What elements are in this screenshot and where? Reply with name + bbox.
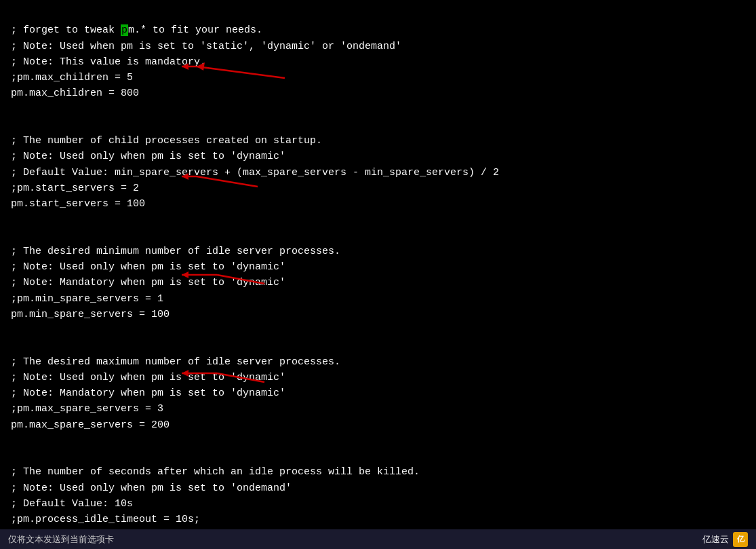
line-8: ; Default Value: min_spare_servers + (ma… bbox=[11, 167, 499, 178]
highlighted-char: p bbox=[121, 24, 128, 36]
line-19: ;pm.max_spare_servers = 3 bbox=[11, 403, 163, 415]
code-block: ; forget to tweak pm.* to fit your needs… bbox=[11, 7, 745, 529]
line-7: ; Note: Used only when pm is set to 'dyn… bbox=[11, 151, 285, 162]
line-14: ;pm.min_spare_servers = 1 bbox=[11, 293, 163, 305]
terminal-window: ; forget to tweak pm.* to fit your needs… bbox=[0, 0, 756, 529]
line-22: ; Note: Used only when pm is set to 'ond… bbox=[11, 482, 292, 494]
line-12: ; Note: Used only when pm is set to 'dyn… bbox=[11, 261, 285, 273]
brand-text: 亿速云 bbox=[702, 533, 729, 546]
line-2: ; Note: Used when pm is set to 'static',… bbox=[11, 41, 401, 52]
line-11: ; The desired minimum number of idle ser… bbox=[11, 246, 340, 257]
line-18: ; Note: Mandatory when pm is set to 'dyn… bbox=[11, 387, 285, 399]
line-4: ;pm.max_children = 5 bbox=[11, 72, 133, 83]
line-10: pm.start_servers = 100 bbox=[11, 198, 145, 210]
line-24: ;pm.process_idle_timeout = 10s; bbox=[11, 514, 200, 525]
brand-icon: 亿 bbox=[733, 532, 748, 547]
status-bar: 仅将文本发送到当前选项卡 亿速云 亿 bbox=[0, 529, 756, 549]
line-21: ; The number of seconds after which an i… bbox=[11, 466, 420, 478]
line-20: pm.max_spare_servers = 200 bbox=[11, 419, 170, 431]
status-left-text: 仅将文本发送到当前选项卡 bbox=[8, 533, 114, 546]
line-23: ; Default Value: 10s bbox=[11, 498, 133, 510]
status-right: 亿速云 亿 bbox=[702, 532, 748, 547]
line-17: ; Note: Used only when pm is set to 'dyn… bbox=[11, 372, 285, 383]
line-13: ; Note: Mandatory when pm is set to 'dyn… bbox=[11, 277, 285, 288]
line-1: ; forget to tweak pm.* to fit your needs… bbox=[11, 24, 262, 36]
line-6: ; The number of child processes created … bbox=[11, 135, 322, 147]
line-9: ;pm.start_servers = 2 bbox=[11, 183, 139, 194]
line-5: pm.max_children = 800 bbox=[11, 88, 139, 99]
line-3: ; Note: This value is mandatory. bbox=[11, 56, 206, 68]
line-16: ; The desired maximum number of idle ser… bbox=[11, 356, 340, 368]
line-15: pm.min_spare_servers = 100 bbox=[11, 309, 170, 320]
